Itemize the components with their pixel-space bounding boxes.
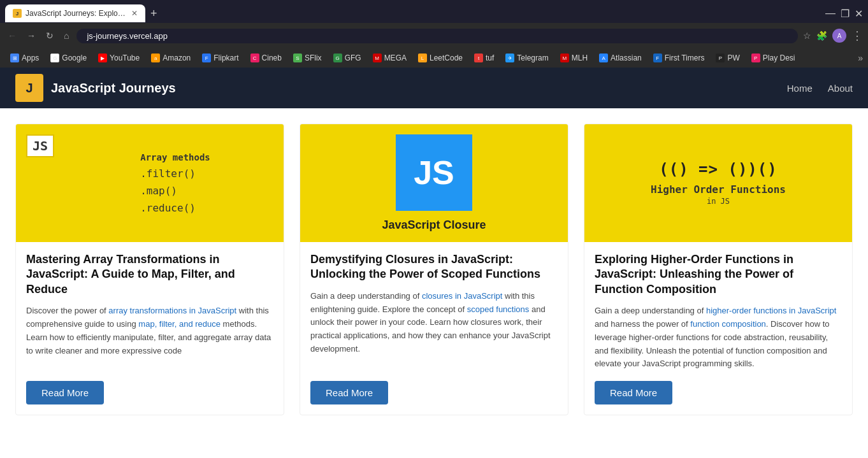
back-button[interactable]: ← bbox=[5, 29, 19, 42]
card-array-methods-body: Mastering Array Transformations in JavaS… bbox=[16, 242, 284, 415]
bookmark-apps[interactable]: ⊞ Apps bbox=[5, 52, 44, 64]
card-array-methods-desc: Discover the power of array transformati… bbox=[26, 304, 273, 371]
bookmark-leetcode-label: LeetCode bbox=[430, 54, 463, 62]
tuf-icon: t bbox=[474, 54, 483, 62]
tab-close-button[interactable]: ✕ bbox=[131, 9, 138, 18]
tab-bar: J JavaScript Journeys: Exploring th... ✕… bbox=[0, 0, 868, 23]
bookmarks-more-button[interactable]: » bbox=[858, 53, 863, 63]
address-bar-row: ← → ↻ ⌂ ☆ 🧩 A ⋮ bbox=[0, 23, 868, 48]
hof-sub-line: in JS bbox=[707, 197, 730, 206]
bookmark-google[interactable]: G Google bbox=[45, 52, 92, 64]
card-hof-desc: Gain a deep understanding of higher-orde… bbox=[595, 304, 842, 371]
bookmark-gfg-label: GFG bbox=[345, 54, 361, 62]
maximize-button[interactable]: ❐ bbox=[841, 8, 850, 20]
toolbar-icons: ☆ 🧩 A ⋮ bbox=[803, 29, 863, 43]
bookmark-leetcode[interactable]: L LeetCode bbox=[413, 52, 468, 64]
card-closures: JS JavaScript Closure Demystifying Closu… bbox=[300, 124, 568, 415]
card-closures-body: Demystifying Closures in JavaScript: Unl… bbox=[300, 242, 568, 415]
forward-button[interactable]: → bbox=[24, 29, 38, 42]
bookmark-amazon[interactable]: a Amazon bbox=[146, 52, 196, 64]
telegram-icon: ✈ bbox=[505, 54, 514, 62]
bookmarks-bar: ⊞ Apps G Google ▶ YouTube a Amazon F Fli… bbox=[0, 48, 868, 68]
browser-chrome: J JavaScript Journeys: Exploring th... ✕… bbox=[0, 0, 868, 68]
youtube-icon: ▶ bbox=[98, 54, 107, 62]
bookmark-playdesi[interactable]: P Play Desi bbox=[746, 52, 800, 64]
bookmark-telegram[interactable]: ✈ Telegram bbox=[500, 52, 553, 64]
card-array-methods: JS Array methods .filter().map().reduce(… bbox=[15, 124, 284, 415]
bookmark-gfg[interactable]: G GFG bbox=[328, 52, 366, 64]
tab-title: JavaScript Journeys: Exploring th... bbox=[25, 9, 127, 18]
sflix-icon: S bbox=[293, 54, 302, 62]
apps-icon: ⊞ bbox=[10, 54, 19, 62]
google-icon: G bbox=[50, 54, 59, 62]
bookmark-amazon-label: Amazon bbox=[163, 54, 191, 62]
hof-title-line: Higher Order Functions bbox=[651, 183, 786, 196]
card-closures-image: JS JavaScript Closure bbox=[300, 124, 568, 242]
cineb-icon: C bbox=[250, 54, 259, 62]
bookmark-atlassian-label: Atlassian bbox=[611, 54, 642, 62]
bookmark-mlh[interactable]: M MLH bbox=[555, 52, 593, 64]
site-logo: J bbox=[15, 74, 43, 102]
bookmark-tuf-label: tuf bbox=[486, 54, 494, 62]
browser-menu-button[interactable]: ⋮ bbox=[851, 29, 863, 43]
bookmark-firsttimers[interactable]: F First Timers bbox=[648, 52, 710, 64]
card-closures-desc: Gain a deep understanding of closures in… bbox=[310, 290, 558, 371]
nav-link-about[interactable]: About bbox=[828, 83, 853, 94]
bookmark-sflix[interactable]: S SFlix bbox=[288, 52, 327, 64]
extension-icon[interactable]: 🧩 bbox=[816, 31, 827, 41]
profile-avatar[interactable]: A bbox=[832, 29, 846, 43]
mega-icon: M bbox=[373, 54, 382, 62]
bookmark-cineb-label: Cineb bbox=[262, 54, 282, 62]
bookmark-sflix-label: SFlix bbox=[305, 54, 322, 62]
array-methods-text: Array methods .filter().map().reduce() bbox=[140, 152, 210, 217]
bookmark-cineb[interactable]: C Cineb bbox=[245, 52, 287, 64]
reload-button[interactable]: ↻ bbox=[43, 29, 56, 42]
bookmark-pw[interactable]: P PW bbox=[711, 52, 744, 64]
bookmark-apps-label: Apps bbox=[22, 54, 39, 62]
address-input[interactable] bbox=[76, 29, 798, 43]
main-content: JS Array methods .filter().map().reduce(… bbox=[0, 108, 868, 431]
read-more-button-3[interactable]: Read More bbox=[595, 381, 672, 404]
window-controls: — ❐ ✕ bbox=[825, 8, 863, 20]
bookmark-mega-label: MEGA bbox=[384, 54, 407, 62]
bookmark-google-label: Google bbox=[62, 54, 87, 62]
mlh-icon: M bbox=[560, 54, 569, 62]
minimize-button[interactable]: — bbox=[825, 8, 835, 19]
atlassian-icon: A bbox=[599, 54, 608, 62]
array-methods-title: Array methods bbox=[140, 152, 210, 162]
amazon-icon: a bbox=[151, 54, 160, 62]
star-icon[interactable]: ☆ bbox=[803, 31, 811, 41]
js-badge-big: JS bbox=[396, 134, 472, 211]
card-closures-title: Demystifying Closures in JavaScript: Unl… bbox=[310, 252, 558, 282]
bookmark-pw-label: PW bbox=[727, 54, 739, 62]
new-tab-button[interactable]: + bbox=[150, 7, 157, 20]
bookmark-youtube[interactable]: ▶ YouTube bbox=[93, 52, 145, 64]
read-more-button-1[interactable]: Read More bbox=[26, 381, 104, 404]
pw-icon: P bbox=[716, 54, 725, 62]
card-hof-title: Exploring Higher-Order Functions in Java… bbox=[595, 252, 842, 297]
playdesi-icon: P bbox=[751, 54, 760, 62]
card-array-methods-title: Mastering Array Transformations in JavaS… bbox=[26, 252, 273, 297]
closure-caption: JavaScript Closure bbox=[382, 218, 486, 232]
bookmark-mega[interactable]: M MEGA bbox=[368, 52, 412, 64]
site-navbar: J JavaScript Journeys Home About bbox=[0, 68, 868, 108]
close-window-button[interactable]: ✕ bbox=[855, 8, 863, 20]
bookmark-atlassian[interactable]: A Atlassian bbox=[594, 52, 647, 64]
home-button[interactable]: ⌂ bbox=[61, 29, 71, 42]
bookmark-mlh-label: MLH bbox=[572, 54, 588, 62]
firsttimers-icon: F bbox=[653, 54, 662, 62]
card-hof: (() => ())() Higher Order Functions in J… bbox=[584, 124, 853, 415]
bookmark-tuf[interactable]: t tuf bbox=[469, 52, 499, 64]
bookmark-playdesi-label: Play Desi bbox=[763, 54, 795, 62]
gfg-icon: G bbox=[333, 54, 342, 62]
active-tab[interactable]: J JavaScript Journeys: Exploring th... ✕ bbox=[5, 4, 145, 22]
card-hof-image: (() => ())() Higher Order Functions in J… bbox=[584, 124, 852, 242]
site-nav-links: Home About bbox=[787, 83, 853, 94]
read-more-button-2[interactable]: Read More bbox=[310, 381, 388, 404]
bookmark-flipkart[interactable]: F Flipkart bbox=[197, 52, 243, 64]
bookmark-youtube-label: YouTube bbox=[110, 54, 140, 62]
nav-link-home[interactable]: Home bbox=[787, 83, 813, 94]
bookmark-flipkart-label: Flipkart bbox=[213, 54, 238, 62]
bookmark-firsttimers-label: First Timers bbox=[665, 54, 705, 62]
site-name: JavaScript Journeys bbox=[51, 81, 176, 96]
